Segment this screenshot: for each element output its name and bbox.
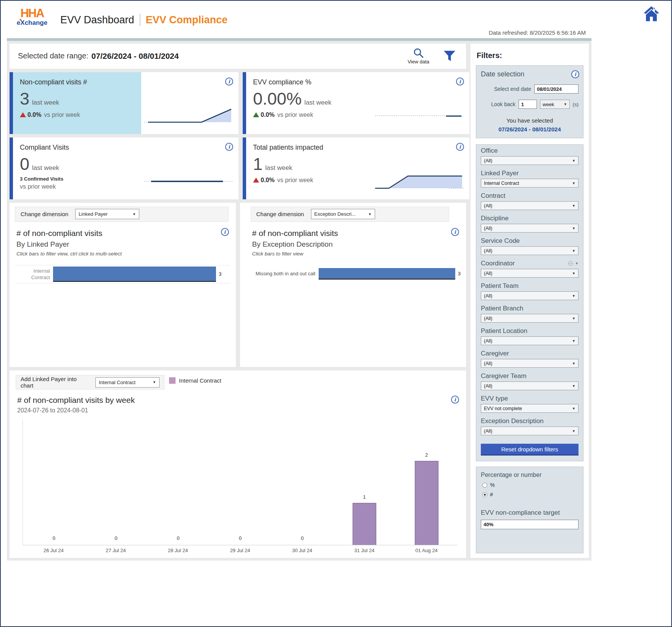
kpi-noncompliant-visits[interactable]: Non-compliant visits # 3 last week 0.0% … — [10, 72, 239, 134]
end-date-input[interactable] — [534, 84, 579, 94]
filter-dropdown[interactable]: (All)▼ — [481, 269, 579, 278]
filter-dropdown[interactable]: (All)▼ — [481, 246, 579, 255]
kpi-value-suffix: last week — [265, 164, 292, 172]
kpi-compliant-visits[interactable]: Compliant Visits 0 last week 3 Confirmed… — [10, 137, 239, 199]
filter-label: Patient Branch — [481, 305, 524, 312]
filter-dropdown[interactable]: EVV not complete▼ — [481, 404, 579, 413]
chevron-down-icon: ▼ — [572, 362, 575, 365]
filter-funnel-icon[interactable] — [443, 50, 456, 62]
week-slot-29-jul-24: 0 — [209, 419, 271, 545]
filter-label: Contract — [481, 192, 505, 200]
filter-contract: Contract(All)▼ — [481, 192, 579, 210]
chart-subtitle: 2024-07-26 to 2024-08-01 — [17, 407, 460, 414]
dimension-dropdown[interactable]: Exception Descri... ▼ — [311, 209, 375, 219]
info-icon[interactable]: i — [451, 396, 459, 404]
radio-option-#[interactable]: # — [482, 491, 579, 498]
filter-patient-branch: Patient Branch(All)▼ — [481, 305, 579, 323]
date-range-value: 07/26/2024 - 08/01/2024 — [92, 52, 179, 61]
info-icon[interactable]: i — [456, 143, 464, 151]
chevron-down-icon: ▼ — [575, 262, 579, 265]
payer-dropdown[interactable]: Internal Contract ▼ — [95, 377, 160, 388]
kpi-total-patients[interactable]: Total patients impacted 1 last week 0.0%… — [243, 137, 469, 199]
home-icon[interactable] — [643, 5, 660, 22]
bar-value-label: 0 — [301, 535, 304, 541]
kpi-value: 1 — [253, 155, 263, 173]
date-range-toolbar: Selected date range: 07/26/2024 - 08/01/… — [10, 44, 466, 69]
chart-subtitle: By Linked Payer — [16, 240, 230, 249]
look-back-input[interactable] — [519, 100, 537, 109]
filter-dropdown[interactable]: (All)▼ — [481, 156, 579, 165]
filter-dropdown[interactable]: Internal Contract▼ — [481, 179, 579, 187]
filters-sidebar: Filters: Date selection i Select end dat… — [471, 44, 589, 558]
filter-dropdown[interactable]: (All)▼ — [481, 381, 579, 390]
view-data-button[interactable]: View data — [408, 48, 429, 65]
filter-patient-team: Patient Team(All)▼ — [481, 282, 579, 300]
filter-dropdown[interactable]: (All)▼ — [481, 359, 579, 368]
filter-dropdown[interactable]: (All)▼ — [481, 427, 579, 435]
reset-filters-button[interactable]: Reset dropdown filters — [481, 444, 579, 456]
exception-description-bar[interactable] — [319, 268, 455, 280]
kpi-delta-suffix: vs prior week — [277, 177, 313, 184]
kpi-value-suffix: last week — [32, 99, 59, 107]
weekly-x-axis: 26 Jul 2427 Jul 2428 Jul 2429 Jul 2430 J… — [23, 548, 458, 553]
info-icon[interactable]: i — [221, 228, 229, 236]
linked-payer-bar[interactable] — [53, 267, 216, 282]
kpi-delta-suffix: vs prior week — [277, 112, 313, 118]
kpi-title: Non-compliant visits # — [20, 78, 141, 86]
chevron-down-icon: ▼ — [572, 181, 575, 185]
evv-dashboard-page: HHA eXchange EVV Dashboard EVV Complianc… — [0, 0, 672, 627]
date-range-label: Selected date range: — [18, 52, 89, 60]
filter-caregiver-team: Caregiver Team(All)▼ — [481, 372, 579, 390]
kpi-confirmed-visits: 3 Confirmed Visits — [20, 176, 139, 182]
week-slot-28-jul-24: 0 — [147, 419, 209, 545]
info-icon[interactable]: i — [451, 228, 459, 236]
header: HHA eXchange EVV Dashboard EVV Complianc… — [4, 2, 668, 38]
kpi-accent-stripe — [10, 72, 13, 134]
kpi-title: Total patients impacted — [253, 144, 372, 152]
filter-coordinator: Coordinator▼(All)▼ — [481, 260, 579, 278]
kpi-evv-compliance[interactable]: EVV compliance % 0.00% last week 0.0% vs… — [243, 72, 469, 134]
title-divider — [140, 14, 140, 26]
bar-category-label: Missing both in and out call — [245, 270, 319, 277]
kpi-delta-value: 0.0% — [261, 177, 274, 184]
info-icon[interactable]: i — [456, 78, 464, 86]
dimension-dropdown[interactable]: Linked Payer ▼ — [75, 209, 139, 219]
bar-value-label: 0 — [53, 535, 55, 541]
filter-dropdown[interactable]: (All)▼ — [481, 314, 579, 323]
filter-dropdown[interactable]: (All)▼ — [481, 291, 579, 300]
bar-value-label: 3 — [219, 271, 221, 277]
filter-label: Caregiver Team — [481, 372, 527, 380]
week-bar[interactable] — [415, 461, 438, 545]
noncompliance-target-input[interactable] — [481, 520, 579, 529]
selected-range-value: 07/26/2024 - 08/01/2024 — [481, 126, 579, 133]
week-bar[interactable] — [353, 503, 376, 545]
filter-label: Coordinator — [481, 260, 515, 267]
filter-dropdown[interactable]: (All)▼ — [481, 336, 579, 345]
info-icon[interactable]: i — [225, 78, 233, 86]
filter-dropdown[interactable]: (All)▼ — [481, 201, 579, 210]
multi-value-icon — [568, 261, 573, 266]
radio-option-%[interactable]: % — [482, 482, 579, 488]
sparkline-compliance — [372, 72, 469, 134]
bar-category-label: Internal Contract — [15, 268, 53, 281]
chevron-down-icon: ▼ — [572, 249, 575, 253]
filter-label: Office — [481, 147, 498, 155]
chevron-down-icon: ▼ — [572, 204, 575, 208]
delta-up-green-icon — [253, 112, 259, 117]
filter-evv-type: EVV typeEVV not complete▼ — [481, 395, 579, 413]
filter-menu-icons[interactable]: ▼ — [568, 261, 579, 266]
kpi-grid: Non-compliant visits # 3 last week 0.0% … — [10, 72, 466, 199]
filter-dropdown[interactable]: (All)▼ — [481, 224, 579, 233]
weekly-plot-area: 0000012 — [23, 419, 458, 545]
chevron-down-icon: ▼ — [368, 212, 372, 216]
x-axis-tick: 29 Jul 24 — [209, 548, 271, 553]
info-icon[interactable]: i — [225, 143, 233, 151]
chart-hint: Click bars to filter view — [252, 251, 461, 257]
chevron-down-icon: ▼ — [572, 159, 575, 163]
legend-label: Internal Contract — [179, 377, 221, 384]
kpi-value: 3 — [20, 90, 29, 108]
kpi-value-suffix: last week — [32, 164, 59, 172]
look-back-unit-dropdown[interactable]: week ▼ — [540, 100, 570, 109]
chart-by-exception-description: Change dimension Exception Descri... ▼ #… — [240, 203, 466, 367]
info-icon[interactable]: i — [571, 70, 579, 78]
